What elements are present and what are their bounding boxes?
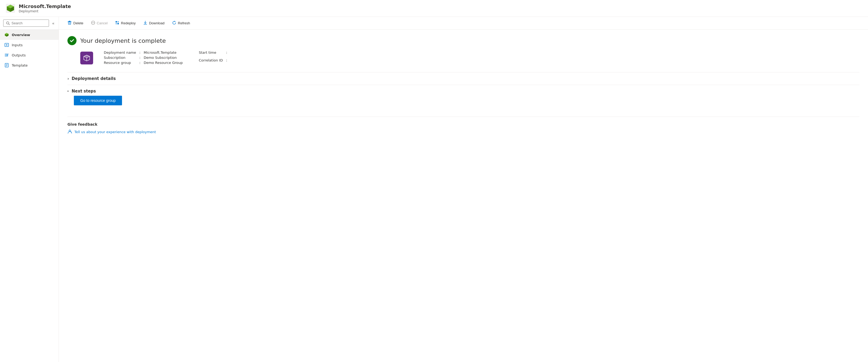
svg-rect-27 <box>118 23 119 24</box>
next-steps-content: Go to resource group <box>67 94 860 105</box>
download-button[interactable]: Download <box>140 19 168 27</box>
deployment-info: Deployment name : Microsoft.Template Sub… <box>80 51 860 65</box>
svg-point-37 <box>69 130 71 132</box>
feedback-title: Give feedback <box>67 122 860 127</box>
success-title: Your deployment is complete <box>80 37 166 44</box>
subscription-label: Subscription <box>104 56 136 60</box>
sidebar: « Overview Inputs <box>0 17 59 362</box>
download-button-label: Download <box>149 21 164 25</box>
delete-button[interactable]: Delete <box>64 19 87 27</box>
refresh-button-label: Refresh <box>178 21 190 25</box>
deployment-details-label: Deployment details <box>72 76 116 81</box>
inputs-icon <box>4 42 9 47</box>
next-steps-toggle[interactable]: › Next steps <box>67 89 860 94</box>
cancel-button-label: Cancel <box>97 21 107 25</box>
feedback-link-text: Tell us about your experience with deplo… <box>74 130 156 134</box>
sidebar-item-template-label: Template <box>12 63 28 67</box>
main-layout: « Overview Inputs <box>0 17 868 362</box>
subscription-value: Demo Subscription <box>144 56 183 60</box>
content-area: Delete Cancel <box>59 17 868 362</box>
refresh-button[interactable]: Refresh <box>169 19 193 27</box>
redeploy-button-label: Redeploy <box>121 21 136 25</box>
svg-rect-21 <box>68 22 71 22</box>
sidebar-search-area: « <box>0 17 59 30</box>
collapse-sidebar-button[interactable]: « <box>51 20 55 27</box>
sidebar-item-inputs-label: Inputs <box>12 43 23 47</box>
header-title-group: Microsoft.Template Deployment <box>19 3 71 13</box>
search-input-wrapper[interactable] <box>3 20 49 27</box>
deployment-details-chevron: › <box>67 76 69 81</box>
delete-icon <box>67 21 72 26</box>
svg-rect-20 <box>69 21 70 22</box>
next-steps-label: Next steps <box>72 89 96 94</box>
refresh-icon <box>172 21 176 26</box>
page-title: Microsoft.Template <box>19 3 71 9</box>
main-content: Your deployment is complete <box>59 30 868 362</box>
sidebar-item-inputs[interactable]: Inputs <box>0 40 59 50</box>
search-input[interactable] <box>11 21 46 25</box>
svg-marker-33 <box>84 55 90 58</box>
sidebar-item-overview-label: Overview <box>12 33 30 37</box>
deployment-details-toggle[interactable]: › Deployment details <box>67 76 860 81</box>
deployment-info-left: Deployment name : Microsoft.Template Sub… <box>104 51 183 65</box>
next-steps-chevron: › <box>66 90 70 92</box>
sidebar-item-template[interactable]: Template <box>0 60 59 70</box>
template-icon <box>4 63 9 68</box>
svg-rect-28 <box>116 23 117 24</box>
sidebar-item-outputs[interactable]: Outputs <box>0 50 59 60</box>
feedback-link[interactable]: Tell us about your experience with deplo… <box>67 129 860 135</box>
deployment-resource-icon <box>80 52 93 64</box>
svg-line-6 <box>8 24 10 25</box>
delete-button-label: Delete <box>73 21 84 25</box>
toolbar: Delete Cancel <box>59 17 868 30</box>
svg-rect-29 <box>118 21 119 23</box>
cancel-button[interactable]: Cancel <box>88 19 111 27</box>
deployment-name-label: Deployment name <box>104 51 136 55</box>
next-steps-section: › Next steps Go to resource group <box>67 85 860 109</box>
feedback-section: Give feedback Tell us about your experie… <box>67 117 860 135</box>
cancel-icon <box>91 21 95 26</box>
deployment-info-right: Start time : Correlation ID : <box>199 51 230 65</box>
deployment-name-value: Microsoft.Template <box>144 51 183 55</box>
overview-icon <box>4 32 9 37</box>
redeploy-icon <box>115 21 119 26</box>
resource-group-value: Demo Resource Group <box>144 61 183 65</box>
svg-rect-26 <box>116 21 117 23</box>
redeploy-button[interactable]: Redeploy <box>112 19 139 27</box>
page-subtitle: Deployment <box>19 9 71 13</box>
sidebar-item-outputs-label: Outputs <box>12 53 26 57</box>
search-icon <box>6 22 10 25</box>
resource-group-label: Resource group <box>104 61 136 65</box>
svg-point-12 <box>6 44 7 46</box>
sidebar-item-overview[interactable]: Overview <box>0 30 59 40</box>
outputs-icon <box>4 53 9 58</box>
success-banner: Your deployment is complete <box>67 36 860 45</box>
header: Microsoft.Template Deployment <box>0 0 868 17</box>
microsoft-template-logo <box>5 3 16 13</box>
success-icon <box>67 36 76 45</box>
start-time-label: Start time <box>199 51 223 55</box>
deployment-details-section: › Deployment details <box>67 72 860 85</box>
feedback-person-icon <box>67 129 72 135</box>
correlation-id-label: Correlation ID <box>199 58 223 62</box>
go-to-resource-group-button[interactable]: Go to resource group <box>74 96 122 105</box>
download-icon <box>143 21 148 26</box>
